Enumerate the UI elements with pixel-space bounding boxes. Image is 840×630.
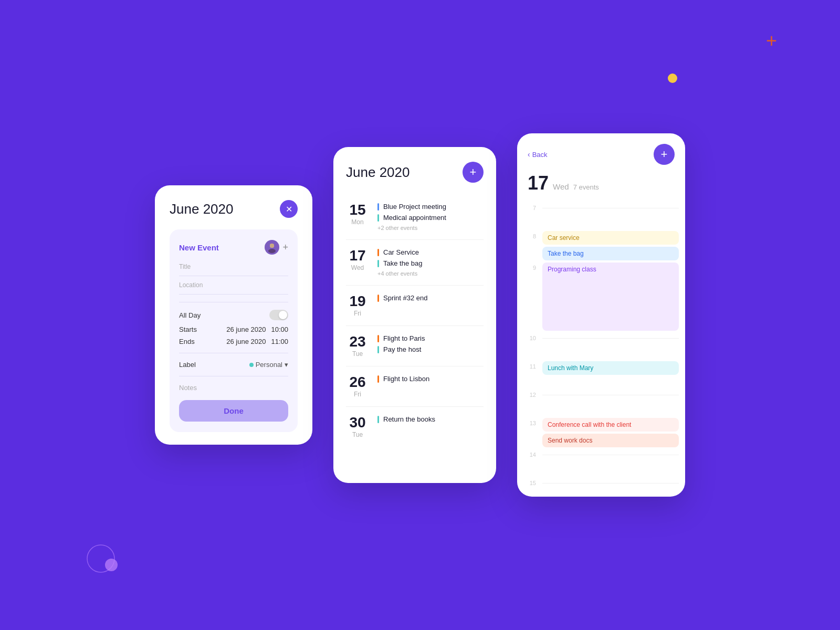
time-label: 12 [523, 390, 536, 398]
event-items: Flight to ParisPay the host [377, 334, 484, 353]
back-button[interactable]: ‹ Back [528, 150, 548, 159]
event-items: Blue Project meetingMedical appointment+… [377, 203, 484, 231]
label-color-dot [249, 363, 254, 367]
title-input[interactable] [179, 272, 288, 276]
starts-row: Starts 26 june 2020 10:00 [179, 326, 288, 333]
event-group[interactable]: 19FriSprint #32 end [346, 286, 484, 326]
notes-field: Notes [179, 384, 288, 392]
day-event[interactable]: Car service [542, 231, 679, 245]
add-attendee-icon[interactable]: + [282, 242, 288, 253]
event-group[interactable]: 30TueReturn the books [346, 407, 484, 447]
event-name: Pay the host [383, 345, 421, 353]
list-item[interactable]: Flight to Paris [377, 334, 484, 342]
time-events: Conference call with the clientSend work… [542, 418, 679, 449]
time-events: Programing class [542, 262, 679, 333]
deco-dot [668, 74, 677, 83]
location-field: Location [179, 281, 288, 295]
location-input[interactable] [179, 291, 288, 295]
list-item[interactable]: Return the books [377, 415, 484, 423]
starts-values: 26 june 2020 10:00 [226, 326, 288, 333]
event-color-bar [377, 416, 379, 423]
time-label: 8 [523, 231, 536, 239]
event-list-panel: June 2020 + 15MonBlue Project meetingMed… [333, 147, 496, 483]
event-group[interactable]: 17WedCar ServiceTake the bag+4 other eve… [346, 240, 484, 286]
svg-point-1 [105, 559, 118, 571]
new-event-label: New Event [179, 243, 219, 252]
event-color-bar [377, 203, 379, 211]
label-row: Label Personal ▾ [179, 361, 288, 369]
event-items: Return the books [377, 415, 484, 423]
event-items: Sprint #32 end [377, 294, 484, 302]
event-color-bar [377, 335, 379, 342]
event-color-bar [377, 214, 379, 222]
time-label: 9 [523, 262, 536, 271]
ends-values: 26 june 2020 11:00 [226, 338, 288, 345]
event-group[interactable]: 23TueFlight to ParisPay the host [346, 326, 484, 366]
list-item[interactable]: Sprint #32 end [377, 294, 484, 302]
event-name: Medical appointment [383, 214, 446, 222]
time-divider [542, 483, 679, 484]
list-item[interactable]: Car Service [377, 248, 484, 256]
new-event-form: New Event + Title Locati [170, 229, 298, 432]
divider2 [179, 353, 288, 353]
time-divider [542, 395, 679, 395]
title-field: Title [179, 263, 288, 276]
all-day-toggle[interactable] [269, 310, 288, 320]
event-color-bar [377, 249, 379, 256]
time-label: 11 [523, 361, 536, 370]
timeline: 78Car serviceTake the bag9Programing cla… [517, 203, 685, 497]
day-event[interactable]: Programing class [542, 262, 679, 331]
event-name: Return the books [383, 415, 435, 423]
date-badge: 17Wed [346, 248, 369, 271]
event-name: Sprint #32 end [383, 294, 428, 302]
panels-container: June 2020 ✕ New Event + [155, 133, 685, 497]
all-day-row: All Day [179, 310, 288, 320]
time-events: Car serviceTake the bag [542, 231, 679, 262]
more-events-label[interactable]: +4 other events [377, 270, 484, 277]
day-add-button[interactable]: + [654, 144, 675, 165]
avatar-area: + [265, 240, 288, 255]
event-name: Take the bag [383, 259, 422, 267]
time-slot: 13Conference call with the clientSend wo… [517, 418, 685, 449]
panel1-title: June 2020 [170, 201, 233, 217]
time-label: 7 [523, 203, 536, 211]
event-items: Car ServiceTake the bag+4 other events [377, 248, 484, 277]
event-group[interactable]: 26FriFlight to Lisbon [346, 366, 484, 407]
time-divider [542, 455, 679, 455]
date-badge: 15Mon [346, 203, 369, 226]
event-group[interactable]: 15MonBlue Project meetingMedical appoint… [346, 194, 484, 240]
divider3 [179, 376, 288, 376]
close-button[interactable]: ✕ [280, 200, 298, 218]
done-button[interactable]: Done [179, 400, 288, 422]
time-label: 14 [523, 449, 536, 458]
ends-row: Ends 26 june 2020 11:00 [179, 338, 288, 345]
time-events: Lunch with Mary [542, 361, 679, 377]
day-event[interactable]: Conference call with the client [542, 418, 679, 432]
day-event[interactable]: Take the bag [542, 247, 679, 260]
time-slot: 14 [517, 449, 685, 478]
list-item[interactable]: Blue Project meeting [377, 203, 484, 211]
event-items: Flight to Lisbon [377, 375, 484, 383]
divider1 [179, 302, 288, 302]
event-color-bar [377, 346, 379, 353]
event-name: Flight to Lisbon [383, 375, 429, 383]
day-event[interactable]: Lunch with Mary [542, 361, 679, 375]
time-label: 13 [523, 418, 536, 426]
new-event-title-row: New Event + [179, 240, 288, 255]
more-events-label[interactable]: +2 other events [377, 225, 484, 231]
time-divider [542, 208, 679, 208]
notes-label: Notes [179, 384, 288, 392]
list-item[interactable]: Take the bag [377, 259, 484, 267]
list-item[interactable]: Pay the host [377, 345, 484, 353]
panel1-header: June 2020 ✕ [170, 200, 298, 218]
event-name: Flight to Paris [383, 334, 425, 342]
event-list: 15MonBlue Project meetingMedical appoint… [346, 194, 484, 447]
add-event-button[interactable]: + [463, 162, 484, 183]
day-view-nav: ‹ Back + [517, 144, 685, 165]
list-item[interactable]: Medical appointment [377, 214, 484, 222]
list-item[interactable]: Flight to Lisbon [377, 375, 484, 383]
label-selector[interactable]: Personal ▾ [249, 361, 288, 369]
day-event[interactable]: Send work docs [542, 434, 679, 447]
time-slot: 7 [517, 203, 685, 231]
svg-point-3 [268, 249, 276, 253]
